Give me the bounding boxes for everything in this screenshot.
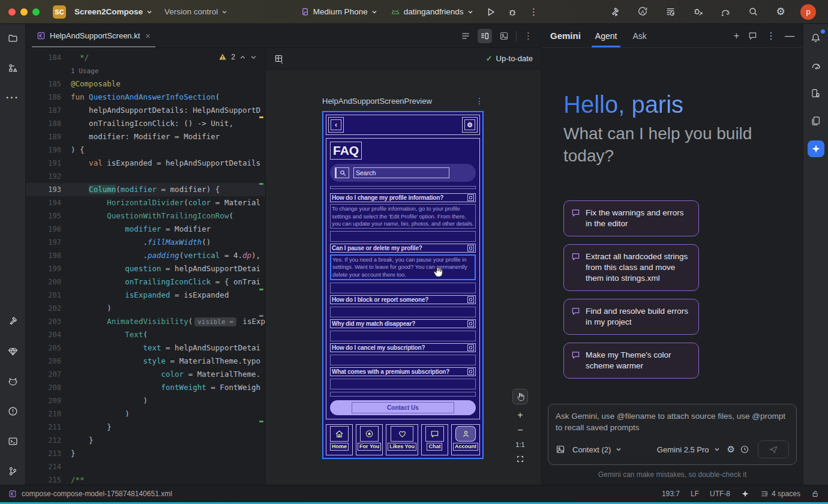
code-line[interactable]: 212 } <box>26 434 265 447</box>
translate-code-icon[interactable]: A <box>635 4 650 20</box>
window-controls[interactable] <box>8 8 40 16</box>
code-line[interactable]: 198 .padding(vertical = 4.dp), <box>26 249 265 262</box>
git-tool-icon[interactable] <box>5 463 20 479</box>
code-line[interactable]: 1 Usage <box>26 64 265 77</box>
suggestion-chip[interactable]: Extract all hardcoded strings from this … <box>563 244 699 291</box>
nav-item-for-you[interactable]: For You <box>356 424 383 455</box>
code-text[interactable]: 1 Usage <box>66 64 265 77</box>
gemini-input-box[interactable]: Ask Gemini, use @filename to attach sour… <box>548 404 797 465</box>
code-line[interactable]: 193 Column(modifier = modifier) { <box>26 183 265 196</box>
code-line[interactable]: 188 onTrailingIconClick: () -> Unit, <box>26 117 265 130</box>
code-text[interactable]: /** <box>66 473 265 485</box>
code-line[interactable]: 192 <box>26 170 265 183</box>
split-view-icon[interactable] <box>478 29 492 43</box>
search-everywhere-icon[interactable] <box>745 4 761 20</box>
model-selector[interactable]: Gemini 2.5 Pro <box>657 445 709 454</box>
pan-hand-icon[interactable] <box>512 389 528 404</box>
line-ending[interactable]: LF <box>691 490 699 498</box>
indent-setting[interactable]: 4 spaces <box>760 490 800 498</box>
code-line[interactable]: 205 text = helpAndSupportDetai <box>26 341 265 355</box>
stripe-mark[interactable] <box>259 289 263 290</box>
logcat-tool-icon[interactable] <box>5 373 20 389</box>
code-line[interactable]: 206 style = MaterialTheme.typo <box>26 355 265 368</box>
code-line[interactable]: 214 <box>26 460 265 473</box>
code-line[interactable]: 185@Composable <box>26 77 265 91</box>
debug-button[interactable] <box>505 4 520 20</box>
code-text[interactable]: .padding(vertical = 4.dp), <box>66 249 265 262</box>
app-quality-insights-icon[interactable] <box>5 343 20 359</box>
structure-tool-icon[interactable] <box>5 60 20 76</box>
faq-question[interactable]: Can I pause or delete my profile? <box>330 244 476 253</box>
code-text[interactable]: modifier: Modifier = Modifier <box>66 130 265 143</box>
project-tool-icon[interactable] <box>5 30 20 46</box>
file-encoding[interactable]: UTF-8 <box>710 490 730 498</box>
search-bar[interactable]: Search <box>330 164 476 182</box>
user-avatar[interactable]: p <box>800 4 816 20</box>
faq-question[interactable]: What comes with a premium subscription? <box>330 367 476 376</box>
faq-answer[interactable]: Yes. If you need a break, you can pause … <box>330 254 476 280</box>
attach-debugger-icon[interactable] <box>690 4 706 20</box>
terminal-tool-icon[interactable] <box>5 433 20 449</box>
code-line[interactable]: 187 helpAndSupportDetails: HelpAndSuppor… <box>26 104 265 117</box>
new-chat-icon[interactable]: + <box>734 31 739 41</box>
code-text[interactable]: fontWeight = FontWeigh <box>66 381 265 394</box>
gradle-tool-icon[interactable] <box>808 58 824 73</box>
code-line[interactable]: 204 Text( <box>26 328 265 341</box>
zoom-ratio-button[interactable]: 1:1 <box>515 441 524 448</box>
suggestion-chip[interactable]: Make my Theme's color scheme warmer <box>563 343 699 379</box>
phone-preview[interactable]: ‹ ⚙ FAQ Search How do I change my profil… <box>322 111 484 459</box>
code-view-icon[interactable] <box>461 31 470 41</box>
send-button[interactable] <box>758 440 789 458</box>
code-text[interactable]: val isExpanded = helpAndSupportDetails <box>66 157 265 170</box>
code-line[interactable]: 203 AnimatedVisibility(visible = isExpan <box>26 315 265 328</box>
code-text[interactable]: QuestionWithTrailingIconRow( <box>66 209 265 223</box>
code-text[interactable]: modifier = Modifier <box>66 223 265 236</box>
tab-ask[interactable]: Ask <box>631 24 647 47</box>
caret-position[interactable]: 193:7 <box>662 490 680 498</box>
device-selector[interactable]: Medium Phone <box>297 5 381 19</box>
settings-icon[interactable]: ⚙ <box>773 4 788 20</box>
settings-button[interactable]: ⚙ <box>462 117 478 133</box>
code-line[interactable]: 194 HorizontalDivider(color = Material <box>26 196 265 209</box>
code-text[interactable]: @Composable <box>66 77 265 91</box>
expand-icon[interactable] <box>467 194 474 201</box>
code-text[interactable]: onTrailingIconClick = { onTrai <box>66 275 265 289</box>
code-text[interactable]: } <box>66 434 265 447</box>
faq-question[interactable]: How do I cancel my subscription? <box>330 343 476 352</box>
phone-top-app-bar[interactable]: ‹ ⚙ <box>326 115 480 135</box>
sparkle-icon[interactable] <box>741 490 749 498</box>
code-text[interactable]: ) <box>66 302 265 315</box>
more-tools-icon[interactable]: ··· <box>5 90 20 106</box>
code-text[interactable]: onTrailingIconClick: () -> Unit, <box>66 117 265 130</box>
code-text[interactable]: Text( <box>66 328 265 341</box>
close-tab-icon[interactable]: × <box>145 31 150 41</box>
run-button[interactable] <box>483 4 499 20</box>
code-line[interactable]: 201 isExpanded = isExpanded <box>26 289 265 302</box>
code-text[interactable]: AnimatedVisibility(visible = isExpan <box>66 315 265 328</box>
prev-warning-icon[interactable] <box>239 54 246 61</box>
code-line[interactable]: 208 fontWeight = FontWeigh <box>26 381 265 394</box>
suggestion-chip[interactable]: Fix the warnings and errors in the edito… <box>563 200 699 236</box>
code-line[interactable]: 191 val isExpanded = helpAndSupportDetai… <box>26 157 265 170</box>
next-warning-icon[interactable] <box>250 54 257 61</box>
code-line[interactable]: 190) { <box>26 143 265 157</box>
preview-canvas[interactable]: HelpAndSupportScreenPreview ⋮ ‹ ⚙ FAQ <box>266 70 541 485</box>
tab-help-and-support-screen[interactable]: HelpAndSupportScreen.kt × <box>31 24 157 47</box>
nav-item-chat[interactable]: Chat <box>421 424 448 455</box>
code-text[interactable]: ) <box>66 394 265 407</box>
editor-options-menu[interactable]: ⋮ <box>524 31 533 41</box>
stripe-mark[interactable] <box>259 421 263 422</box>
zoom-window-button[interactable] <box>32 8 40 16</box>
more-actions-menu[interactable]: ⋮ <box>526 4 542 20</box>
gradle-sync-icon[interactable] <box>718 4 733 20</box>
running-devices-icon[interactable] <box>808 85 824 101</box>
code-line[interactable]: 211 } <box>26 421 265 434</box>
code-text[interactable]: fun QuestionAndAnswerInfoSection( <box>66 91 265 104</box>
build-tool-icon[interactable] <box>5 313 20 329</box>
code-editor[interactable]: 184 */1 Usage185@Composable186fun Questi… <box>26 48 266 485</box>
code-line[interactable]: 210 ) <box>26 407 265 421</box>
code-line[interactable]: 197 .fillMaxWidth() <box>26 236 265 249</box>
code-line[interactable]: 215/** <box>26 473 265 485</box>
context-selector[interactable]: Context (2) <box>572 445 611 454</box>
vcs-widget[interactable]: Version control <box>161 5 231 19</box>
